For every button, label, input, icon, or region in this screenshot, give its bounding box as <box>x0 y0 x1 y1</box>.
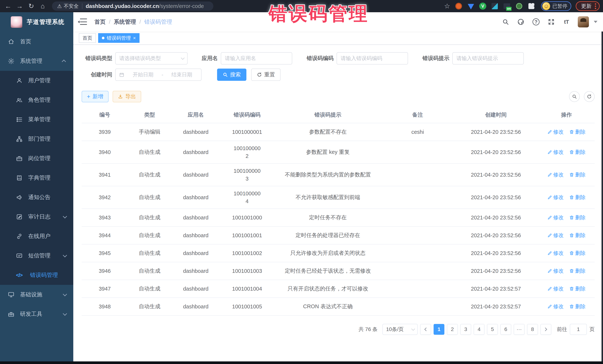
delete-link[interactable]: 删除 <box>569 214 586 221</box>
address-bar[interactable]: ⚠ 不安全 dashboard.yudao.iocoder.cn /system… <box>52 1 213 11</box>
page-button-4[interactable]: 4 <box>474 324 485 335</box>
delete-link[interactable]: 删除 <box>569 232 586 239</box>
error-msg-input[interactable] <box>456 55 520 61</box>
browser-reload-icon[interactable]: ↻ <box>26 1 36 11</box>
sidebar-item-home[interactable]: 首页 <box>0 32 73 51</box>
delete-link[interactable]: 删除 <box>569 149 586 156</box>
github-icon[interactable] <box>517 18 525 26</box>
browser-menu-icon[interactable] <box>595 3 596 9</box>
browser-forward-icon[interactable]: → <box>15 1 24 11</box>
close-icon[interactable]: × <box>133 36 136 40</box>
edit-link[interactable]: 修改 <box>547 232 564 239</box>
sidebar-item-online-users[interactable]: 在线用户 <box>0 226 73 246</box>
delete-link[interactable]: 删除 <box>569 171 586 178</box>
page-button-6[interactable]: 6 <box>500 324 511 335</box>
extension-icon-key[interactable] <box>515 2 523 10</box>
page-button-2[interactable]: 2 <box>447 324 458 335</box>
total-count: 共 76 条 <box>359 326 378 333</box>
browser-back-icon[interactable]: ← <box>3 1 13 11</box>
browser-scrollbar[interactable] <box>602 12 603 364</box>
sidebar-item-user-management[interactable]: 用户管理 <box>0 71 73 90</box>
list-icon <box>16 116 23 123</box>
sidebar-item-menu-management[interactable]: 菜单管理 <box>0 110 73 129</box>
page-button-8[interactable]: 8 <box>527 324 538 335</box>
browser-profile-button[interactable]: ☺ 已暂停 <box>541 1 571 11</box>
delete-link[interactable]: 删除 <box>569 303 586 310</box>
edit-link[interactable]: 修改 <box>547 194 564 201</box>
breadcrumb-system[interactable]: 系统管理 <box>114 18 136 26</box>
prev-page-button[interactable] <box>420 324 431 335</box>
sidebar-item-audit-log[interactable]: 审计日志 <box>0 207 73 226</box>
app-name-input[interactable] <box>225 55 288 61</box>
error-code-input[interactable] <box>341 55 404 61</box>
pencil-icon <box>547 172 552 177</box>
sidebar-item-notice-announcement[interactable]: 通知公告 <box>0 188 73 207</box>
delete-link[interactable]: 删除 <box>569 194 586 201</box>
delete-link[interactable]: 删除 <box>569 267 586 275</box>
next-page-button[interactable] <box>541 324 551 335</box>
cell-code: 100100000 4 <box>220 186 274 209</box>
refresh-table-button[interactable] <box>584 91 595 102</box>
add-button[interactable]: + 新增 <box>82 91 109 102</box>
cell-note <box>382 280 453 298</box>
delete-link[interactable]: 删除 <box>569 285 586 292</box>
reset-button[interactable]: 重置 <box>251 69 280 81</box>
sidebar-item-department-management[interactable]: 部门管理 <box>0 129 73 149</box>
caret-down-icon[interactable] <box>594 21 597 23</box>
avatar[interactable] <box>578 16 589 27</box>
breadcrumb-home[interactable]: 首页 <box>94 18 105 26</box>
sidebar-item-infrastructure[interactable]: 基础设施 <box>0 285 73 304</box>
export-button[interactable]: 导出 <box>113 91 141 102</box>
header-search-icon[interactable] <box>502 18 510 26</box>
edit-link[interactable]: 修改 <box>547 267 564 275</box>
edit-link[interactable]: 修改 <box>547 303 564 310</box>
sidebar-item-system-management[interactable]: 系统管理 <box>0 51 73 71</box>
logo[interactable]: 芋道管理系统 <box>0 12 73 32</box>
search-button[interactable]: 搜索 <box>217 69 246 81</box>
show-search-button[interactable] <box>569 91 580 102</box>
sidebar-item-dev-tools[interactable]: 研发工具 <box>0 304 73 324</box>
breadcrumb-separator: / <box>109 19 110 25</box>
extension-icon-grid[interactable] <box>491 2 499 10</box>
extension-icon-green[interactable]: V <box>479 3 486 10</box>
edit-link[interactable]: 修改 <box>547 214 564 221</box>
edit-link[interactable]: 修改 <box>547 128 564 135</box>
browser-home-icon[interactable]: ⌂ <box>38 1 47 11</box>
sidebar-item-error-code-management[interactable]: </> 错误码管理 <box>0 265 73 285</box>
edit-link[interactable]: 修改 <box>547 250 564 257</box>
extension-icon-orange[interactable] <box>455 2 463 10</box>
hamburger-icon[interactable] <box>79 19 87 25</box>
sidebar-item-dict-management[interactable]: 字典管理 <box>0 168 73 188</box>
fullscreen-icon[interactable] <box>547 18 555 26</box>
filter-group-type: 错误码类型 请选择错误码类型 <box>82 52 187 65</box>
error-code-type-select[interactable]: 请选择错误码类型 <box>115 52 187 65</box>
edit-link[interactable]: 修改 <box>547 171 564 178</box>
table-row: 3948 自动生成 dashboard 1001001005 CRON 表达式不… <box>82 298 595 315</box>
bookmark-star-icon[interactable]: ☆ <box>444 2 450 10</box>
tag-home[interactable]: 首页 <box>79 33 96 43</box>
help-icon[interactable]: ? <box>532 18 540 26</box>
tag-error-code-management[interactable]: 错误码管理 × <box>98 33 139 43</box>
delete-link[interactable]: 删除 <box>569 128 586 135</box>
browser-update-button[interactable]: 更新 <box>576 1 600 11</box>
extension-icon-gem[interactable] <box>467 2 475 10</box>
sidebar-item-sms-management[interactable]: 短信管理 <box>0 246 73 265</box>
cell-time: 2021-04-20 23:52:56 <box>454 244 538 262</box>
search-icon <box>223 72 228 77</box>
font-size-icon[interactable]: tT <box>563 18 570 26</box>
sidebar-item-post-management[interactable]: 岗位管理 <box>0 149 73 168</box>
date-range-picker[interactable]: 开始日期 - 结束日期 <box>115 69 201 81</box>
extension-icon-onetab[interactable]: on <box>503 2 511 10</box>
extension-icon-puzzle[interactable] <box>527 2 535 10</box>
page-button-1[interactable]: 1 <box>434 324 444 335</box>
delete-link[interactable]: 删除 <box>569 250 586 257</box>
page-button-3[interactable]: 3 <box>460 324 471 335</box>
page-size-select[interactable]: 10条/页 <box>383 324 418 335</box>
more-pages-button[interactable]: ··· <box>514 324 524 335</box>
edit-link[interactable]: 修改 <box>547 149 564 156</box>
edit-link[interactable]: 修改 <box>547 285 564 292</box>
page-button-5[interactable]: 5 <box>487 324 498 335</box>
sidebar-item-role-management[interactable]: 角色管理 <box>0 90 73 110</box>
overlay-annotation-title: 错误码管理 <box>269 1 369 26</box>
goto-page-input[interactable] <box>570 324 587 335</box>
